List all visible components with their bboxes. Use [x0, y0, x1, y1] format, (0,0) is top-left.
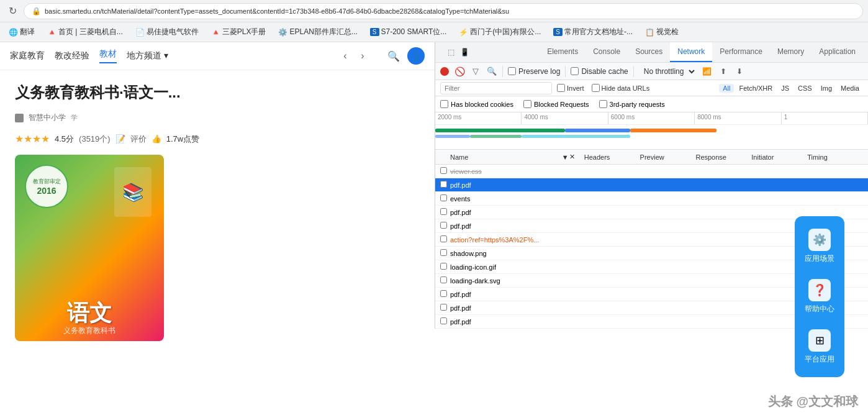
row-name: viewer.css: [450, 168, 863, 175]
timeline-area: 2000 ms 4000 ms 6000 ms 8000 ms 1: [435, 112, 868, 150]
table-row[interactable]: viewer.css: [435, 165, 868, 178]
bookmark-translate[interactable]: 🌐 翻译: [5, 25, 38, 39]
address-input[interactable]: 🔒 basic.smartedu.cn/tchMaterial/detail?c…: [24, 3, 863, 19]
nav-jiating[interactable]: 家庭教育: [10, 50, 45, 62]
ftype-fetch[interactable]: Fetch/XHR: [735, 84, 776, 93]
tab-performance[interactable]: Performance: [712, 42, 770, 62]
record-button[interactable]: [440, 67, 449, 76]
col-header-initiator: Initiator: [751, 153, 807, 161]
platform-icon: ⊞: [808, 329, 831, 352]
throttle-select[interactable]: No throttling: [639, 66, 697, 76]
s7-icon: S: [370, 28, 379, 36]
likes: 1.7w点赞: [166, 134, 199, 145]
ftype-all[interactable]: All: [719, 84, 734, 93]
invert-input[interactable]: [557, 84, 565, 92]
watermark: 头条 @文文和球: [768, 393, 858, 410]
row-cb[interactable]: [440, 249, 450, 257]
timeline-bar-green-2: [470, 135, 522, 138]
book-decoration: 📚: [114, 167, 151, 217]
third-party-checkbox[interactable]: 3rd-party requests: [599, 100, 665, 108]
preserve-log-checkbox[interactable]: Preserve log: [508, 67, 560, 76]
user-icon-btn[interactable]: 👤: [407, 47, 425, 65]
ftype-css[interactable]: CSS: [794, 84, 816, 93]
preserve-log-input[interactable]: [508, 67, 516, 75]
badge-top: 教育部审定: [33, 178, 61, 186]
bookmark-plx[interactable]: 🔺 三菱PLX手册: [207, 25, 270, 39]
tab-network[interactable]: Network: [670, 42, 712, 62]
row-cb[interactable]: [440, 317, 450, 326]
float-menu: ⚙️ 应用场景 ❓ 帮助中心 ⊞ 平台应用: [795, 216, 844, 377]
nav-back-arrow[interactable]: ‹: [338, 48, 353, 63]
url-text: basic.smartedu.cn/tchMaterial/detail?con…: [45, 7, 509, 15]
tab-application[interactable]: Application: [811, 42, 863, 62]
tick-8000: 8000 ms: [695, 112, 781, 124]
col-sort-icon: ▼: [562, 153, 569, 161]
devtools-device-icon[interactable]: 📱: [459, 47, 470, 58]
row-cb[interactable]: [440, 181, 450, 189]
blocked-requests-input[interactable]: [523, 100, 531, 108]
float-menu-platform[interactable]: ⊞ 平台应用: [797, 324, 842, 370]
search-network-button[interactable]: 🔍: [486, 66, 497, 77]
row-cb[interactable]: [440, 222, 450, 230]
reload-button[interactable]: ↻: [5, 4, 20, 19]
row-cb[interactable]: [440, 304, 450, 312]
bookmark-vision[interactable]: 📋 视觉检: [641, 25, 682, 39]
article-stats: ★★★★ 4.5分 (3519个) 📝 评价 👍 1.7w点赞: [15, 133, 420, 145]
blocked-requests-checkbox[interactable]: Blocked Requests: [523, 100, 589, 108]
nav-forward-arrow[interactable]: ›: [355, 48, 370, 63]
bookmarks-bar: 🌐 翻译 🔺 首页 | 三菱电机自... 📄 易佳捷电气软件 🔺 三菱PLX手册…: [0, 22, 868, 42]
row-cb[interactable]: [440, 167, 450, 175]
clear-button[interactable]: 🚫: [454, 66, 465, 77]
filter-input[interactable]: [440, 82, 552, 94]
search-icon-btn[interactable]: 🔍: [385, 47, 402, 65]
hide-data-input[interactable]: [592, 84, 600, 92]
platform-label: 平台应用: [805, 354, 834, 365]
bookmark-siemens[interactable]: ⚡ 西门子(中国)有限公...: [455, 25, 545, 39]
filter-icon[interactable]: ▽: [470, 66, 481, 77]
third-party-input[interactable]: [599, 100, 607, 108]
disable-cache-input[interactable]: [571, 67, 579, 75]
devtools-inspect-icon[interactable]: ⬚: [445, 47, 456, 58]
row-name: pdf.pdf: [450, 181, 863, 189]
bookmark-eplan[interactable]: ⚙️ EPLAN部件库汇总...: [274, 25, 361, 39]
eval-button[interactable]: 评价: [130, 134, 147, 145]
invert-checkbox[interactable]: Invert: [557, 84, 584, 92]
filter-types: All Fetch/XHR JS CSS Img Media: [719, 84, 863, 93]
col-close-icon[interactable]: ✕: [569, 153, 584, 161]
bookmark-yijia[interactable]: 📄 易佳捷电气软件: [132, 25, 202, 39]
row-cb[interactable]: [440, 276, 450, 285]
nav-difang[interactable]: 地方频道 ▾: [127, 50, 168, 62]
row-cb[interactable]: [440, 208, 450, 216]
wifi-icon: 📶: [702, 66, 713, 77]
hide-data-checkbox[interactable]: Hide data URLs: [592, 84, 650, 92]
thumb-icon: 👍: [151, 134, 161, 144]
table-row[interactable]: events: [435, 192, 868, 206]
bookmark-docs[interactable]: S 常用官方文档地址-...: [549, 25, 636, 39]
ftype-img[interactable]: Img: [817, 84, 836, 93]
float-menu-help[interactable]: ❓ 帮助中心: [797, 274, 842, 319]
tab-elements[interactable]: Elements: [540, 42, 585, 62]
row-cb[interactable]: [440, 263, 450, 271]
tab-memory[interactable]: Memory: [770, 42, 811, 62]
ftype-media[interactable]: Media: [837, 84, 863, 93]
ftype-js[interactable]: JS: [777, 84, 793, 93]
stars: ★★★★: [15, 133, 50, 145]
tab-sources[interactable]: Sources: [628, 42, 670, 62]
nav-arrows: ‹ ›: [338, 48, 370, 63]
row-cb[interactable]: [440, 194, 450, 203]
bookmark-mitsubishi[interactable]: 🔺 首页 | 三菱电机自...: [43, 25, 127, 39]
tab-console[interactable]: Console: [585, 42, 628, 62]
nav-jiaogai[interactable]: 教改经验: [55, 50, 89, 62]
has-blocked-cookies-checkbox[interactable]: Has blocked cookies: [440, 100, 513, 108]
has-blocked-cookies-input[interactable]: [440, 100, 448, 108]
float-menu-apps[interactable]: ⚙️ 应用场景: [797, 224, 842, 269]
nav-jiaocai[interactable]: 教材: [99, 48, 117, 63]
devtools-header: ⬚ 📱 Elements Console Sources: [435, 42, 868, 63]
row-cb[interactable]: [440, 235, 450, 244]
disable-cache-checkbox[interactable]: Disable cache: [571, 67, 628, 76]
table-row[interactable]: pdf.pdf: [435, 178, 868, 192]
timeline-bar-blue-2: [435, 135, 470, 138]
translate-icon: 🌐: [9, 28, 18, 37]
bookmark-s7[interactable]: S S7-200 SMART位...: [366, 25, 451, 39]
row-cb[interactable]: [440, 290, 450, 298]
